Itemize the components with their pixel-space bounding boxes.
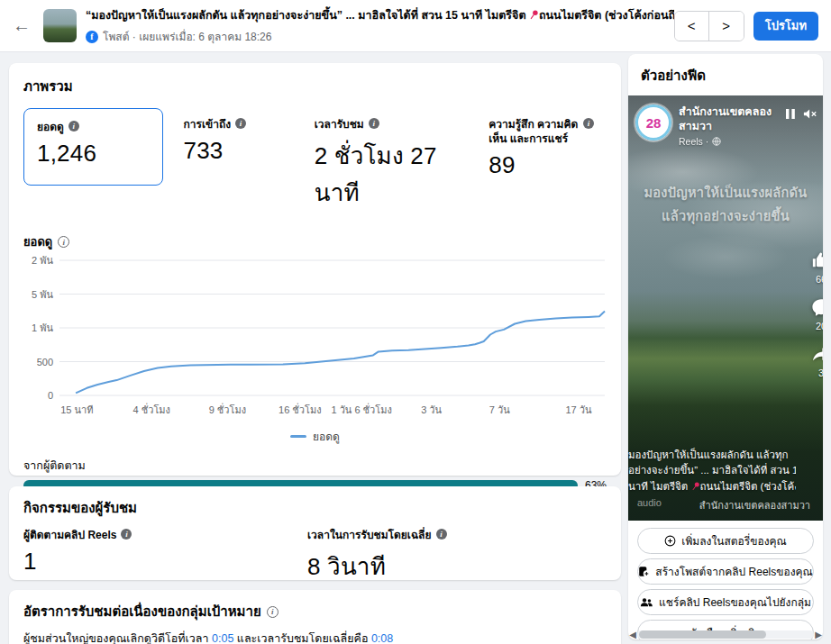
info-icon[interactable]: i — [436, 529, 447, 540]
stat-engagement[interactable]: ความรู้สึก ความคิดเห็น และการแชร์i 89 — [489, 108, 607, 188]
engagement-column: 66 20 3 — [811, 250, 823, 387]
svg-text:7 วัน: 7 วัน — [489, 404, 510, 415]
info-icon[interactable]: i — [583, 118, 594, 129]
audio-label: audio — [637, 497, 662, 513]
promote-button[interactable]: โปรโมท — [753, 12, 818, 41]
video-footer: audio สำนักงานเขตคลองสามวา — [628, 497, 810, 513]
legend-label: ยอดดู — [313, 428, 340, 445]
stat-views-value: 1,246 — [37, 140, 150, 168]
scroll-right-icon[interactable]: ▶ — [814, 630, 823, 639]
retention-summary: ผู้ชมส่วนใหญ่ของคุณเลิกดูวิดีโอที่เวลา 0… — [23, 630, 607, 644]
share-count: 3 — [818, 367, 823, 378]
create-post-from-reel-button[interactable]: สร้างโพสต์จากคลิป Reelsของคุณ — [637, 558, 814, 585]
avatar[interactable]: 28 — [635, 104, 671, 141]
svg-text:1 วัน 6 ชั่วโมง: 1 วัน 6 ชั่วโมง — [332, 403, 392, 415]
svg-text:2 พัน: 2 พัน — [32, 255, 53, 266]
pause-icon[interactable] — [785, 108, 796, 120]
post-thumbnail — [43, 9, 77, 42]
post-source-line: โพสต์ · เผยแพร่เมื่อ: 6 ตุลาคม 18:26 — [103, 28, 271, 45]
share-reel-to-group-button[interactable]: แชร์คลิป Reelsของคุณไปยังกลุ่ม — [637, 589, 814, 615]
info-icon[interactable]: i — [235, 118, 246, 129]
info-icon[interactable]: i — [267, 606, 279, 618]
pin-icon — [691, 481, 700, 491]
info-icon[interactable]: i — [121, 529, 132, 540]
prev-post-button[interactable]: < — [675, 12, 709, 41]
comment-count: 20 — [816, 321, 823, 331]
stat-avg-watch-time: เวลาในการรับชมโดยเฉลี่ยi 8 วินาที — [307, 528, 447, 585]
post-title: “มองปัญหาให้เป็นแรงผลักดัน แล้วทุกอย่างจ… — [86, 6, 674, 24]
pin-icon — [529, 9, 539, 20]
reels-video-preview[interactable]: 28 สำนักงานเขตคลองสามวา Reels · มองปัญหา… — [628, 95, 823, 521]
legend-line-swatch — [290, 435, 306, 438]
overview-card: ภาพรวม ยอดดูi 1,246 การเข้าถึงi 733 เวลา… — [9, 63, 621, 476]
facebook-icon: f — [86, 31, 98, 43]
stat-reach[interactable]: การเข้าถึงi 733 — [183, 108, 314, 174]
chart-legend: ยอดดู — [23, 428, 607, 445]
stat-avg-watch-time-value: 8 วินาที — [307, 548, 447, 585]
stat-watch-time[interactable]: เวลารับชมi 2 ชั่วโมง 27 นาที — [315, 108, 489, 220]
retention-title: อัตราการรับชมต่อเนื่องของกลุ่มเป้าหมาย — [23, 601, 261, 622]
views-line-chart: 05001 พัน5 พัน2 พัน15 นาที4 ชั่วโมง9 ชั่… — [23, 251, 607, 422]
feed-preview-card: ตัวอย่างฟีด 28 สำนักงานเขตคลองสามวา Reel… — [628, 54, 823, 639]
info-icon[interactable]: i — [369, 118, 379, 129]
post-pager: < > — [674, 11, 744, 41]
profile-name[interactable]: สำนักงานเขตคลองสามวา Reels · — [679, 104, 785, 148]
plus-circle-icon — [664, 535, 676, 547]
share-icon[interactable] — [811, 344, 823, 364]
next-post-button[interactable]: > — [709, 12, 744, 41]
avg-watch-time-link[interactable]: 0:08 — [371, 632, 393, 644]
bar-label-followers: จากผู้ติดตาม — [23, 457, 607, 475]
stat-reels-followers: ผู้ติดตามคลิป Reelsi 1 — [23, 528, 307, 585]
svg-text:1 พัน: 1 พัน — [32, 322, 53, 333]
group-icon — [640, 597, 653, 608]
svg-text:500: 500 — [37, 357, 53, 367]
scrollbar-track[interactable] — [637, 630, 814, 639]
feed-preview-title: ตัวอย่างฟีด — [628, 54, 823, 95]
svg-text:17 วัน: 17 วัน — [565, 404, 591, 415]
create-post-icon — [638, 566, 650, 577]
mute-icon[interactable] — [803, 108, 817, 120]
stat-views[interactable]: ยอดดูi 1,246 — [23, 108, 163, 186]
svg-text:16 ชั่วโมง: 16 ชั่วโมง — [279, 403, 321, 415]
back-arrow-icon[interactable]: ← — [13, 15, 43, 36]
audience-activity-card: กิจกรรมของผู้รับชม ผู้ติดตามคลิป Reelsi … — [9, 486, 621, 580]
globe-icon — [712, 137, 721, 146]
feed-preview-scrollbar: ◀ ▶ — [628, 629, 823, 639]
drop-off-time-link[interactable]: 0:05 — [212, 632, 233, 644]
audience-title: กิจกรรมของผู้รับชม — [23, 497, 607, 519]
add-to-story-button[interactable]: เพิ่มลงในสตอรี่ของคุณ — [637, 528, 814, 554]
overview-title: ภาพรวม — [23, 76, 607, 97]
like-count: 66 — [816, 274, 823, 285]
svg-text:15 นาที: 15 นาที — [60, 404, 93, 415]
svg-text:5 พัน: 5 พัน — [32, 289, 53, 300]
scroll-left-icon[interactable]: ◀ — [628, 630, 637, 639]
svg-text:4 ชั่วโมง: 4 ชั่วโมง — [133, 403, 170, 415]
chart-title: ยอดดู — [23, 232, 52, 251]
stat-reach-value: 733 — [183, 137, 301, 165]
svg-text:3 วัน: 3 วัน — [421, 404, 442, 415]
stat-watch-time-value: 2 ชั่วโมง 27 นาที — [315, 137, 477, 211]
info-icon[interactable]: i — [68, 121, 79, 132]
scrollbar-thumb[interactable] — [639, 630, 766, 639]
stat-engagement-value: 89 — [489, 151, 594, 179]
retention-card: อัตราการรับชมต่อเนื่องของกลุ่มเป้าหมาย i… — [9, 590, 621, 644]
comment-icon[interactable] — [811, 297, 823, 317]
svg-text:9 ชั่วโมง: 9 ชั่วโมง — [209, 403, 246, 415]
video-overlay-text: มองปัญหาให้เป็นแรงผลักดัน แล้วทุกอย่างจะ… — [628, 181, 823, 228]
video-watermark: สำนักงานเขตคลองสามวา — [699, 497, 810, 513]
video-caption: มองปัญหาให้เป็นแรงผลักดัน แล้วทุก อย่างจ… — [628, 448, 796, 495]
post-insights-header: ← “มองปัญหาให้เป็นแรงผลักดัน แล้วทุกอย่า… — [0, 0, 831, 52]
info-icon[interactable]: i — [58, 236, 69, 248]
svg-text:0: 0 — [48, 390, 53, 401]
like-icon[interactable] — [811, 250, 823, 270]
stat-reels-followers-value: 1 — [23, 548, 307, 576]
